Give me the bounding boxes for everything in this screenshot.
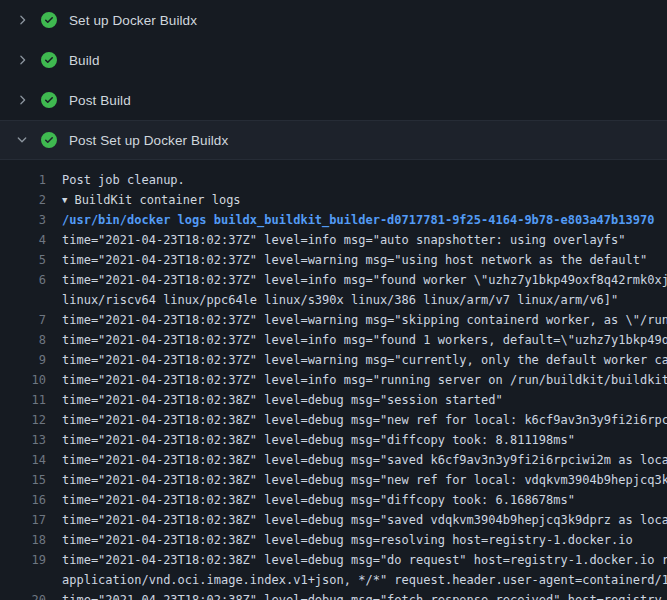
log-line-number[interactable]: 5 [0, 250, 46, 270]
log-line-number[interactable]: 15 [0, 470, 46, 490]
log-line-number[interactable]: 1 [0, 170, 46, 190]
log-line: linux/riscv64 linux/ppc64le linux/s390x … [0, 290, 667, 310]
log-line: 1Post job cleanup. [0, 170, 667, 190]
log-line: 8time="2021-04-23T18:02:37Z" level=info … [0, 330, 667, 350]
log-line: 4time="2021-04-23T18:02:37Z" level=info … [0, 230, 667, 250]
step-row-post-build[interactable]: Post Build [0, 80, 667, 120]
log-line-number[interactable]: 3 [0, 210, 46, 230]
log-line: 16time="2021-04-23T18:02:38Z" level=debu… [0, 490, 667, 510]
log-line-number[interactable]: 12 [0, 410, 46, 430]
log-line-text: time="2021-04-23T18:02:38Z" level=debug … [46, 410, 667, 430]
log-line-number[interactable]: 8 [0, 330, 46, 350]
log-line-text: ▼BuildKit container logs [46, 190, 667, 210]
log-lines: 1Post job cleanup.2▼BuildKit container l… [0, 160, 667, 600]
step-row-set-up-docker-buildx[interactable]: Set up Docker Buildx [0, 0, 667, 40]
log-line-number[interactable]: 9 [0, 350, 46, 370]
log-line-number[interactable]: 7 [0, 310, 46, 330]
log-line-text: time="2021-04-23T18:02:37Z" level=info m… [46, 270, 667, 290]
log-line-text: /usr/bin/docker logs buildx_buildkit_bui… [46, 210, 667, 230]
log-line-text: time="2021-04-23T18:02:37Z" level=warnin… [46, 250, 667, 270]
log-line-text: time="2021-04-23T18:02:37Z" level=info m… [46, 330, 667, 350]
chevron-right-icon [14, 12, 30, 28]
check-circle-icon [41, 132, 57, 148]
log-line: 11time="2021-04-23T18:02:38Z" level=debu… [0, 390, 667, 410]
log-line: 17time="2021-04-23T18:02:38Z" level=debu… [0, 510, 667, 530]
log-line: 9time="2021-04-23T18:02:37Z" level=warni… [0, 350, 667, 370]
log-line-number[interactable]: 11 [0, 390, 46, 410]
log-line: 10time="2021-04-23T18:02:37Z" level=info… [0, 370, 667, 390]
log-line: 7time="2021-04-23T18:02:37Z" level=warni… [0, 310, 667, 330]
log-line-number [0, 290, 46, 310]
step-label: Set up Docker Buildx [69, 13, 197, 28]
log-line-text: time="2021-04-23T18:02:38Z" level=debug … [46, 550, 667, 570]
step-label: Post Set up Docker Buildx [69, 133, 228, 148]
log-line-number [0, 570, 46, 590]
log-line-number[interactable]: 16 [0, 490, 46, 510]
chevron-right-icon [14, 92, 30, 108]
log-line: application/vnd.oci.image.index.v1+json,… [0, 570, 667, 590]
log-line-number[interactable]: 14 [0, 450, 46, 470]
check-circle-icon [41, 92, 57, 108]
log-line-text: Post job cleanup. [46, 170, 667, 190]
chevron-right-icon [14, 52, 30, 68]
step-label: Build [69, 53, 100, 68]
log-line: 20time="2021-04-23T18:02:38Z" level=debu… [0, 590, 667, 600]
log-line-number[interactable]: 2 [0, 190, 46, 210]
log-line-text: time="2021-04-23T18:02:37Z" level=warnin… [46, 350, 667, 370]
log-line-text: application/vnd.oci.image.index.v1+json,… [46, 570, 667, 590]
log-line: 3/usr/bin/docker logs buildx_buildkit_bu… [0, 210, 667, 230]
log-line-number[interactable]: 18 [0, 530, 46, 550]
log-line-text: time="2021-04-23T18:02:38Z" level=debug … [46, 470, 667, 490]
group-title: BuildKit container logs [74, 193, 240, 207]
step-row-build[interactable]: Build [0, 40, 667, 80]
check-circle-icon [41, 12, 57, 28]
log-line-number[interactable]: 13 [0, 430, 46, 450]
group-toggle-icon[interactable]: ▼ [62, 190, 67, 210]
log-line: 12time="2021-04-23T18:02:38Z" level=debu… [0, 410, 667, 430]
log-line-number[interactable]: 20 [0, 590, 46, 600]
log-line-text: time="2021-04-23T18:02:37Z" level=warnin… [46, 310, 667, 330]
log-line-number[interactable]: 19 [0, 550, 46, 570]
log-line: 18time="2021-04-23T18:02:38Z" level=debu… [0, 530, 667, 550]
log-line-text: time="2021-04-23T18:02:38Z" level=debug … [46, 510, 667, 530]
steps-list: Set up Docker Buildx Build Post Build [0, 0, 667, 160]
log-line-text: time="2021-04-23T18:02:38Z" level=debug … [46, 450, 667, 470]
step-row-post-set-up-docker-buildx[interactable]: Post Set up Docker Buildx [0, 120, 667, 160]
log-line-text: time="2021-04-23T18:02:37Z" level=info m… [46, 230, 667, 250]
check-circle-icon [41, 52, 57, 68]
log-line: 6time="2021-04-23T18:02:37Z" level=info … [0, 270, 667, 290]
log-line: 19time="2021-04-23T18:02:38Z" level=debu… [0, 550, 667, 570]
log-line-text: time="2021-04-23T18:02:37Z" level=info m… [46, 370, 667, 390]
chevron-down-icon [14, 132, 30, 148]
log-line-text: time="2021-04-23T18:02:38Z" level=debug … [46, 390, 667, 410]
log-line: 14time="2021-04-23T18:02:38Z" level=debu… [0, 450, 667, 470]
log-line-number[interactable]: 4 [0, 230, 46, 250]
log-line-number[interactable]: 6 [0, 270, 46, 290]
log-line-number[interactable]: 10 [0, 370, 46, 390]
step-label: Post Build [69, 93, 131, 108]
log-line: 15time="2021-04-23T18:02:38Z" level=debu… [0, 470, 667, 490]
log-line-text: time="2021-04-23T18:02:38Z" level=debug … [46, 490, 667, 510]
log-line-number[interactable]: 17 [0, 510, 46, 530]
log-line: 2▼BuildKit container logs [0, 190, 667, 210]
log-line-text: time="2021-04-23T18:02:38Z" level=debug … [46, 530, 667, 550]
log-line-text: time="2021-04-23T18:02:38Z" level=debug … [46, 430, 667, 450]
actions-log-viewer: Set up Docker Buildx Build Post Build [0, 0, 667, 600]
log-line: 13time="2021-04-23T18:02:38Z" level=debu… [0, 430, 667, 450]
log-line: 5time="2021-04-23T18:02:37Z" level=warni… [0, 250, 667, 270]
log-line-text: linux/riscv64 linux/ppc64le linux/s390x … [46, 290, 667, 310]
log-line-text: time="2021-04-23T18:02:38Z" level=debug … [46, 590, 667, 600]
